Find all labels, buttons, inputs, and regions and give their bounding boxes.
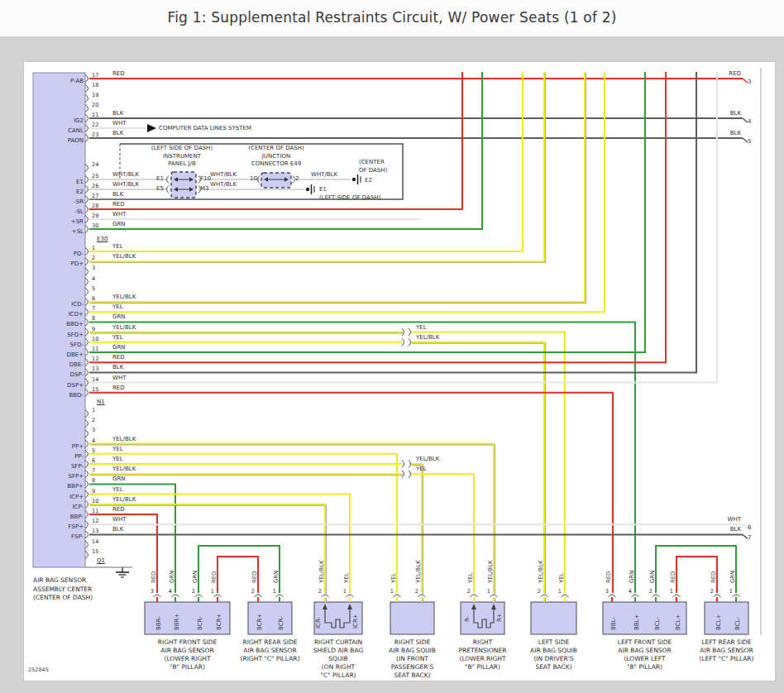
- pin-number: 18: [92, 82, 98, 88]
- jb-cavity-out: M3: [200, 185, 209, 192]
- connector-id-e30: E30: [97, 236, 108, 242]
- pin-arc: [85, 196, 88, 203]
- jb-caption-line: INSTRUMENT: [132, 153, 232, 160]
- jb-cavity-out: F10: [200, 175, 211, 182]
- pin-name: ICD+: [33, 311, 84, 318]
- ground-name-e2: E2: [365, 177, 372, 184]
- wire-color-label: WHT: [112, 375, 126, 381]
- pin-arc: [418, 595, 426, 597]
- pin-arc: [85, 95, 88, 103]
- connector-paren-icon: [402, 471, 404, 478]
- device-caption-line: SHIELD AIR BAG: [301, 648, 375, 654]
- pin-arc: [85, 186, 88, 194]
- wire-color-label: YEL/BLK: [112, 324, 136, 331]
- wire-dark-stripe: [90, 73, 586, 303]
- pin-number: 8: [92, 477, 95, 484]
- exit-wire-color: BLK: [700, 526, 741, 533]
- wire-color-label-after-splice: YEL/BLK: [416, 456, 439, 462]
- jb-junction-block: [171, 172, 196, 198]
- pin-arc: [85, 480, 88, 488]
- wire-color-label: RED: [112, 70, 125, 77]
- box-pin-number: 2: [248, 588, 255, 595]
- exit-number: 4: [748, 118, 751, 125]
- box-pin-number: 1: [270, 588, 276, 595]
- data-line-arrow-icon: [147, 124, 156, 132]
- exit-wire-color: BLK: [700, 110, 741, 117]
- box-pin-number: 2: [315, 588, 322, 595]
- connector-paren-icon: [409, 338, 411, 346]
- box-terminal-label: BCR-: [278, 616, 284, 630]
- wire-color-label: YEL/BLK: [112, 253, 136, 260]
- wire-dark-stripe: [90, 73, 545, 262]
- pin-number: 24: [92, 161, 98, 168]
- box-terminal-label: BCR-: [197, 616, 203, 630]
- device-caption-line: (LOWER RIGHT: [447, 656, 518, 662]
- pin-name: PAON: [33, 137, 84, 144]
- wire-color-label: YEL/BLK: [112, 466, 136, 472]
- pin-arc: [154, 595, 161, 597]
- pin-arc: [653, 595, 660, 597]
- box-terminal-label: BCL-: [654, 617, 661, 630]
- pin-number: 12: [92, 356, 98, 362]
- wire-color-label-rotated: YEL: [467, 573, 474, 584]
- pin-arc: [85, 248, 88, 256]
- box-terminal-label: BBL-: [610, 617, 617, 630]
- pin-name: BBP-: [33, 514, 84, 520]
- box-terminal-label: ICR-: [315, 616, 322, 628]
- pin-number: 13: [92, 366, 98, 372]
- wire-color-label: YEL: [112, 446, 123, 452]
- pin-number: 23: [92, 131, 98, 138]
- wire-color-label-rotated: RED: [710, 571, 717, 583]
- pin-arc: [85, 410, 88, 418]
- pin-arc: [85, 226, 88, 233]
- device-caption-line: AIR BAG SENSOR: [131, 648, 243, 654]
- box-pin-number: 1: [340, 588, 347, 595]
- pin-name: ICP+: [33, 494, 84, 500]
- pin-name: CANL: [33, 127, 84, 134]
- wire-color-label-rotated: RED: [211, 571, 218, 583]
- pin-number: 3: [92, 265, 95, 271]
- pin-name: SFD-: [33, 342, 84, 348]
- pin-arc: [85, 511, 88, 519]
- pin-arc: [85, 288, 88, 295]
- wire-color-label-rotated: GRN: [169, 571, 175, 583]
- pin-arc: [609, 595, 616, 597]
- wire-color-label: RED: [112, 354, 125, 361]
- wire-color-label: YEL: [112, 243, 123, 250]
- box-pin-number: 2: [464, 588, 471, 595]
- wire-seg2: [411, 332, 565, 593]
- ground-name-e1: E1: [319, 186, 327, 193]
- pin-name: +SL: [33, 228, 84, 235]
- box-pin-number: 1: [667, 588, 673, 595]
- pin-number: 11: [92, 508, 98, 514]
- device-caption-line: PRETENSIONER: [447, 648, 518, 654]
- pin-number: 14: [92, 538, 98, 545]
- box-pin-number: 2: [707, 588, 714, 595]
- connector-paren-icon: [402, 338, 404, 346]
- device-caption-line: SQUIB: [301, 656, 375, 662]
- pin-number: 17: [92, 72, 98, 79]
- pin-arc: [85, 258, 88, 265]
- box-pin-number: 2: [412, 588, 418, 595]
- pin-arc: [85, 500, 88, 508]
- pin-number: 8: [92, 315, 95, 322]
- pin-arc: [85, 541, 88, 548]
- pin-arc: [85, 531, 88, 538]
- pin-name: BBP+: [33, 483, 84, 490]
- box-terminal-label: BCR+: [256, 614, 263, 630]
- pin-arc: [85, 85, 88, 93]
- exit-number: 6: [748, 524, 751, 531]
- wire-color-label: RED: [112, 201, 125, 208]
- pin-arc: [490, 595, 498, 597]
- pin-name: SFD+: [33, 332, 84, 338]
- pin-name: E2: [33, 189, 84, 195]
- pin-arc: [276, 595, 284, 597]
- device-caption-line: RIGHT: [447, 639, 518, 646]
- device-caption-line: (RIGHT "C" PILLAR): [235, 656, 305, 662]
- pin-arc: [85, 268, 88, 275]
- pin-number: 28: [92, 203, 98, 209]
- wire-color-label: BLK: [112, 526, 123, 533]
- pin-name: -SL: [33, 208, 84, 215]
- pin-number: 11: [92, 346, 98, 352]
- connector-paren-icon: [409, 328, 411, 336]
